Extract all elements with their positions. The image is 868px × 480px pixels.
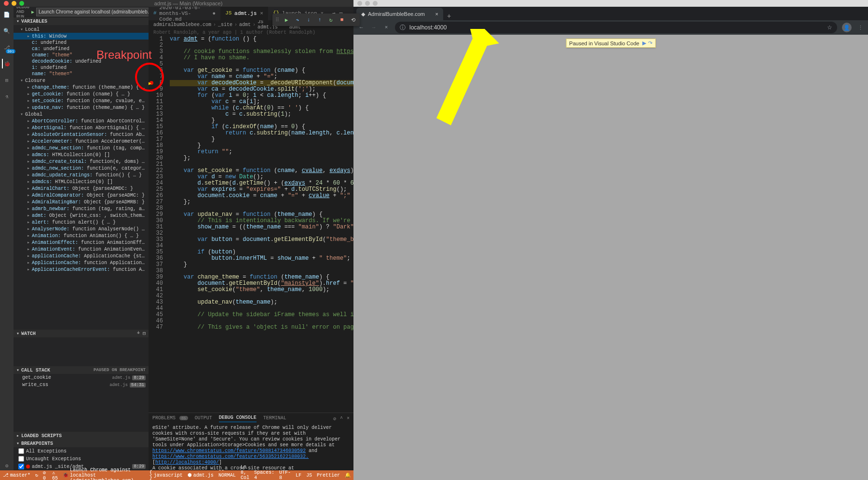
browser-menu-icon[interactable]: ⋮: [856, 25, 864, 31]
sync-status[interactable]: ↻: [35, 472, 38, 478]
debug-config-select[interactable]: Launch Chrome against localhost (admiral…: [36, 8, 149, 16]
callstack-frame[interactable]: get_cookieadmt.js8:29: [14, 374, 149, 381]
variable-row[interactable]: ▸AbortController: function AbortControll…: [14, 118, 149, 124]
callstack-section-header[interactable]: ▾CALL STACK PAUSED ON BREAKPOINT: [14, 366, 149, 374]
code-line[interactable]: button.innerHTML = show_name + " theme";: [170, 255, 353, 262]
variable-row[interactable]: ▸admdcs: HTMLCollection(0) []: [14, 178, 149, 185]
debug-toolbar-grip-icon[interactable]: ⠿: [274, 17, 280, 23]
variable-row[interactable]: ▸admdc_new_section: function (tag, comps…: [14, 145, 149, 151]
prettier-status[interactable]: Prettier: [317, 465, 340, 480]
warnings-status[interactable]: ⚠ 65: [52, 470, 58, 480]
site-info-icon[interactable]: ⓘ: [400, 24, 406, 32]
variable-row[interactable]: ▸Accelerometer: function Accelerometer()…: [14, 138, 149, 145]
profile-avatar[interactable]: 👤: [842, 23, 852, 32]
problems-tab[interactable]: PROBLEMS 65: [152, 415, 188, 422]
step-out-button[interactable]: ↑: [315, 15, 325, 25]
code-line[interactable]: var admt = (function () {: [170, 36, 353, 42]
tab-close-icon[interactable]: ×: [260, 11, 263, 16]
callstack-frame[interactable]: write_cssadmt.js54:31: [14, 381, 149, 388]
errors-status[interactable]: ⊘ 0: [43, 470, 47, 480]
search-icon[interactable]: 🔍: [2, 26, 12, 36]
mac-close-button[interactable]: [4, 1, 9, 6]
code-line[interactable]: // I have no shame.: [170, 55, 353, 61]
debug-console-tab[interactable]: DEBUG CONSOLE: [219, 415, 257, 422]
clear-console-icon[interactable]: ⊘: [333, 416, 336, 422]
variable-row[interactable]: ca: undefined: [14, 46, 149, 52]
extensions-icon[interactable]: ⊞: [2, 75, 12, 85]
step-over-button[interactable]: ↷: [293, 15, 302, 25]
overlay-step-icon[interactable]: ↷: [648, 40, 652, 46]
output-tab[interactable]: OUTPUT: [195, 415, 212, 422]
variable-row[interactable]: ▸admrb_newbar: function (tag, rating, al…: [14, 205, 149, 212]
variable-row[interactable]: ▸AnalyserNode: function AnalyserNode() {…: [14, 226, 149, 232]
uncaught-exceptions-checkbox[interactable]: [18, 456, 24, 462]
breadcrumb-item[interactable]: admiralbumblebee.com: [153, 22, 211, 27]
code-editor[interactable]: 12345678▶9101112131415161718192021222324…: [149, 36, 353, 413]
variable-row[interactable]: decodedCookie: undefined: [14, 58, 149, 65]
scm-icon[interactable]: ⎇301: [2, 42, 12, 52]
variable-row[interactable]: ▸set_cookie: function (cname, cvalue, ex…: [14, 97, 149, 104]
line-number[interactable]: 47: [149, 324, 163, 331]
variable-row[interactable]: c: undefined: [14, 40, 149, 46]
terminal-tab[interactable]: TERMINAL: [263, 415, 286, 422]
variable-row[interactable]: ▸AnimationEffect: function AnimationEffe…: [14, 239, 149, 246]
variable-row[interactable]: ▸change_theme: function (theme_name) { ……: [14, 84, 149, 91]
code-line[interactable]: // This gives a 'object is null' error o…: [170, 324, 353, 331]
reload-button[interactable]: ×: [382, 25, 390, 30]
stop-button[interactable]: ■: [337, 15, 347, 25]
file-status[interactable]: ⬢ admt.js: [188, 472, 214, 478]
breakpoint-checkbox[interactable]: [18, 464, 24, 469]
scope-closure[interactable]: ▾Closure: [14, 77, 149, 84]
watch-section-header[interactable]: ▾WATCH +⊟: [14, 330, 149, 337]
variable-row[interactable]: ▸get_cookie: function (cname) { … }: [14, 91, 149, 97]
code-line[interactable]: }: [170, 262, 353, 268]
step-into-button[interactable]: ↓: [304, 15, 313, 25]
variables-section-header[interactable]: ▾VARIABLES: [14, 17, 149, 25]
browser-tab-close-icon[interactable]: ×: [435, 11, 438, 17]
cursor-position-status[interactable]: Ln 8, Col 29: [241, 465, 249, 480]
variable-row[interactable]: ▸update_nav: function (theme_name) { … }: [14, 104, 149, 111]
code-line[interactable]: };: [170, 155, 353, 161]
close-panel-icon[interactable]: ×: [347, 416, 350, 422]
variable-row[interactable]: name: "theme=": [14, 71, 149, 77]
mac-maximize-button[interactable]: [19, 1, 24, 6]
code-line[interactable]: var button = document.getElementById("th…: [170, 237, 353, 243]
restart-button[interactable]: ↻: [326, 15, 336, 25]
variable-row[interactable]: cname: "theme": [14, 52, 149, 58]
breakpoints-section-header[interactable]: ▾BREAKPOINTS: [14, 440, 149, 447]
browser-maximize-button[interactable]: [373, 1, 378, 6]
code-line[interactable]: // Update the sidebar iFrame themes as w…: [170, 312, 353, 318]
overlay-continue-icon[interactable]: ▶: [642, 40, 646, 46]
address-bar[interactable]: ⓘ localhost:4000 ☆: [395, 22, 837, 33]
loaded-scripts-section-header[interactable]: ▸LOADED SCRIPTS: [14, 432, 149, 440]
add-watch-icon[interactable]: +: [137, 331, 140, 336]
variable-row[interactable]: ▸alert: function alert() { … }: [14, 219, 149, 226]
filetype-status[interactable]: JS: [306, 465, 312, 480]
breakpoint-all-exceptions[interactable]: All Exceptions: [14, 447, 149, 455]
variable-row[interactable]: ▸admdc_update_ratings: function() { … }: [14, 172, 149, 178]
variable-row[interactable]: ▸AnimationEvent: function AnimationEvent…: [14, 246, 149, 253]
settings-gear-icon[interactable]: ⚙: [2, 461, 12, 470]
browser-tab[interactable]: ◆ AdmiralBumbleBee.com ×: [356, 8, 443, 20]
indentation-status[interactable]: Spaces: 4: [254, 465, 274, 480]
variable-row[interactable]: ▸AbsoluteOrientationSensor: function Abs…: [14, 131, 149, 138]
breadcrumb-item[interactable]: _site: [218, 22, 232, 27]
code-line[interactable]: update_nav(theme_name);: [170, 299, 353, 306]
collapse-watch-icon[interactable]: ⊟: [143, 331, 146, 336]
variable-row[interactable]: ▸ApplicationCacheErrorEvent: function Ap…: [14, 266, 149, 273]
editor-tab[interactable]: JSadmt.js×: [220, 7, 268, 20]
eol-status[interactable]: LF: [296, 465, 301, 480]
notifications-icon[interactable]: 🔔: [345, 465, 351, 480]
variable-row[interactable]: ▸admdc_create_total: function(e, doms) {…: [14, 158, 149, 165]
debug-session-status[interactable]: 🐞 Launch Chrome against localhost (admir…: [63, 467, 145, 480]
code-line[interactable]: };: [170, 199, 353, 205]
encoding-status[interactable]: UTF-8: [279, 465, 291, 480]
maximize-panel-icon[interactable]: ^: [340, 416, 343, 422]
mac-minimize-button[interactable]: [12, 1, 16, 6]
variable-row[interactable]: ▸AdmiralRatingBar: Object {parseADMRB: }: [14, 199, 149, 205]
variable-row[interactable]: ▸AdmiralChart: Object {parseADMDC: }: [14, 185, 149, 192]
variable-row[interactable]: i: undefined: [14, 65, 149, 71]
explorer-icon[interactable]: 📄: [2, 10, 12, 19]
browser-minimize-button[interactable]: [365, 1, 370, 6]
breakpoint-uncaught-exceptions[interactable]: Uncaught Exceptions: [14, 455, 149, 463]
